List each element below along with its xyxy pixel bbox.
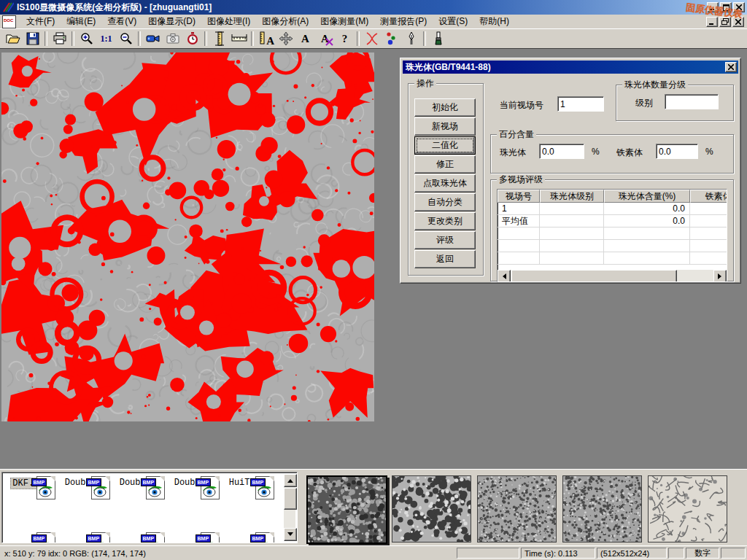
- table-row[interactable]: 1 0.0: [498, 203, 727, 215]
- classify-points-icon[interactable]: [382, 30, 401, 47]
- rate-button[interactable]: 评级: [414, 231, 476, 249]
- toolbar-separator: [44, 31, 47, 46]
- pen-icon[interactable]: [401, 30, 421, 47]
- delete-text-icon[interactable]: A: [315, 30, 335, 47]
- print-icon[interactable]: [50, 30, 69, 47]
- ferrite-label: 铁素体: [616, 147, 643, 159]
- save-icon[interactable]: [23, 30, 42, 47]
- text-icon[interactable]: A: [295, 30, 315, 47]
- status-bar: x: 510 y: 79 idx: 0 RGB: (174, 174, 174)…: [0, 545, 747, 560]
- thumbnail-5[interactable]: [648, 475, 727, 542]
- thumbnail-1[interactable]: [306, 475, 387, 544]
- file-item[interactable]: BMP Doubl...: [58, 476, 113, 489]
- file-item[interactable]: BMP Doubl...: [168, 476, 222, 489]
- thumbnail-4[interactable]: [562, 475, 642, 542]
- open-icon[interactable]: [3, 30, 23, 47]
- correct-button[interactable]: 修正: [414, 155, 476, 174]
- operation-group: 操作 初始化 新视场 二值化 修正 点取珠光体 自动分类 更改类别 评级 返回: [408, 83, 484, 276]
- menu-file[interactable]: 文件(F): [20, 14, 61, 29]
- table-horizontal-scrollbar[interactable]: [498, 270, 727, 281]
- document-icon: DOC: [2, 15, 16, 28]
- file-list-scrollbar[interactable]: [284, 474, 295, 541]
- scroll-down-button[interactable]: [284, 528, 297, 541]
- micrograph-image[interactable]: [1, 52, 374, 421]
- menu-measure-report[interactable]: 测量报告(P): [374, 14, 433, 29]
- zoom-out-icon[interactable]: [116, 30, 136, 47]
- status-mode: 数字: [686, 548, 719, 559]
- dialog-close-button[interactable]: [725, 62, 737, 72]
- menu-settings[interactable]: 设置(S): [433, 14, 473, 29]
- brush-icon[interactable]: [428, 30, 448, 47]
- capture-icon[interactable]: [163, 30, 182, 47]
- window-title: IS100显微摄像系统(金相分析版) - [zhuguangti01]: [17, 1, 212, 14]
- actual-size-icon[interactable]: 1:1: [96, 30, 116, 47]
- col-pearlite-content[interactable]: 珠光体含量(%): [604, 190, 690, 203]
- eye-icon: [92, 485, 108, 498]
- rating-table: 视场号 珠光体级别 珠光体含量(%) 铁素体含量(%) 1 0.0 平均值 0.…: [497, 189, 727, 282]
- menu-image-display[interactable]: 图像显示(D): [142, 14, 201, 29]
- ferrite-percent-input[interactable]: [656, 144, 698, 159]
- col-field[interactable]: 视场号: [498, 190, 540, 203]
- menu-help[interactable]: 帮助(H): [473, 14, 515, 29]
- menu-image-analysis[interactable]: 图像分析(A): [256, 14, 314, 29]
- toolbar-separator: [423, 31, 426, 46]
- new-field-button[interactable]: 新视场: [414, 117, 476, 136]
- mdi-minimize-button[interactable]: [706, 17, 718, 27]
- pearlite-dialog: 珠光体(GB/T9441-88) 操作 初始化 新视场 二值化 修正 点取珠光体…: [400, 58, 741, 284]
- toolbar-separator: [204, 31, 207, 46]
- auto-classify-button[interactable]: 自动分类: [414, 193, 476, 211]
- curve-icon[interactable]: [362, 30, 382, 47]
- file-list: BMP DKF.bmp BMP Doubl... BMP: [1, 472, 298, 543]
- timer-icon[interactable]: [182, 30, 202, 47]
- grade-input[interactable]: [665, 94, 719, 109]
- scrollbar-thumb[interactable]: [511, 270, 677, 282]
- horizontal-ruler-icon[interactable]: [229, 30, 249, 47]
- eye-icon: [147, 485, 163, 498]
- file-item[interactable]: BMP DKF.bmp: [4, 476, 58, 489]
- menu-view[interactable]: 查看(V): [101, 14, 142, 29]
- pick-pearlite-button[interactable]: 点取珠光体: [414, 174, 476, 192]
- table-row[interactable]: 平均值 0.0: [498, 215, 727, 228]
- zoom-in-icon[interactable]: [77, 30, 96, 47]
- scroll-up-button[interactable]: [284, 474, 297, 487]
- col-pearlite-grade[interactable]: 珠光体级别: [540, 190, 604, 203]
- thumbnail-2[interactable]: [392, 475, 471, 542]
- thumbnail-3[interactable]: [477, 475, 557, 542]
- percentage-group-label: 百分含量: [497, 129, 536, 139]
- menu-image-processing[interactable]: 图像处理(I): [201, 14, 256, 29]
- video-camera-icon[interactable]: [143, 30, 163, 47]
- scrollbar-thumb[interactable]: [284, 488, 297, 510]
- binarize-button[interactable]: 二值化: [414, 136, 476, 155]
- menu-edit[interactable]: 编辑(E): [61, 14, 101, 29]
- title-bar: IS100显微摄像系统(金相分析版) - [zhuguangti01]: [0, 0, 747, 15]
- initialize-button[interactable]: 初始化: [414, 98, 476, 117]
- status-panel-empty: [721, 548, 746, 559]
- eye-icon: [37, 485, 53, 498]
- table-row-empty: [498, 228, 727, 240]
- status-panel-empty: [668, 548, 684, 559]
- percentage-group: 百分含量 珠光体 % 铁素体 %: [490, 134, 734, 174]
- file-item[interactable]: BMP HuiTi...: [222, 476, 277, 489]
- pan-icon[interactable]: [276, 30, 295, 47]
- vertical-ruler-icon[interactable]: [209, 30, 229, 47]
- current-field-input[interactable]: [557, 96, 604, 112]
- menu-bar: DOC 文件(F) 编辑(E) 查看(V) 图像显示(D) 图像处理(I) 图像…: [0, 15, 747, 29]
- menu-image-measure[interactable]: 图像测量(M): [314, 14, 374, 29]
- grade-label: 级别: [635, 97, 653, 109]
- scroll-left-button[interactable]: [498, 270, 511, 282]
- scroll-right-button[interactable]: [713, 270, 727, 282]
- change-class-button[interactable]: 更改类别: [414, 212, 476, 230]
- measure-text-icon[interactable]: A: [256, 30, 276, 47]
- col-ferrite-content[interactable]: 铁素体含量(%): [690, 190, 727, 203]
- grading-group: 珠光体数量分级 级别: [616, 85, 734, 121]
- dialog-title-bar: 珠光体(GB/T9441-88): [403, 61, 738, 74]
- toolbar-separator: [71, 31, 74, 46]
- grading-group-label: 珠光体数量分级: [622, 79, 688, 90]
- dialog-title: 珠光体(GB/T9441-88): [406, 61, 491, 74]
- current-field-label: 当前视场号: [500, 99, 543, 112]
- file-item[interactable]: BMP Doubl...: [113, 476, 168, 489]
- help-icon[interactable]: ?: [335, 30, 355, 47]
- pearlite-percent-input[interactable]: [539, 144, 584, 159]
- pearlite-label: 珠光体: [500, 147, 526, 159]
- return-button[interactable]: 返回: [414, 250, 476, 268]
